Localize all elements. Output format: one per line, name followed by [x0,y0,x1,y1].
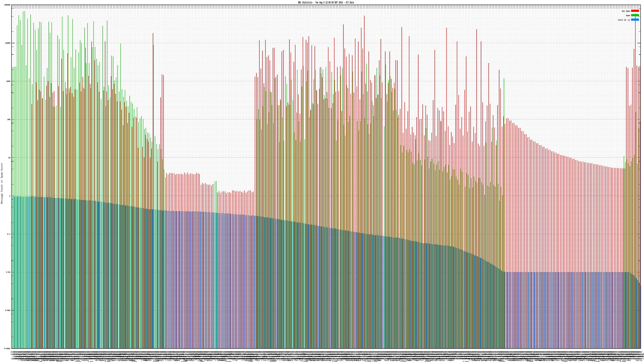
svg-text:5 hops: 5 hops [414,359,420,362]
svg-text:0.01: 0.01 [6,271,10,273]
svg-text:7 hops: 7 hops [198,361,204,362]
svg-text:1000: 1000 [6,80,10,82]
svg-text:0.1: 0.1 [7,233,10,235]
svg-text:1 hop: 1 hop [332,361,337,362]
svg-text:net: net [71,359,74,362]
svg-text:4 hops: 4 hops [620,361,626,362]
svg-text:0.0001: 0.0001 [4,348,10,350]
svg-text:1 hop: 1 hop [637,359,642,362]
svg-text:surri: surri [32,355,37,358]
svg-text:2 hops 1 hop: 2 hops 1 hop [365,361,377,362]
svg-text:net: net [420,359,423,362]
svg-text:origin: origin [189,359,195,362]
svg-text:hop: hop [430,359,433,362]
svg-text:Message Count or Spam Score: Message Count or Spam Score [0,163,4,204]
svg-text:1 hop: 1 hop [297,359,302,362]
svg-text:1 hop: 1 hop [232,359,238,362]
svg-text:RBL Statistics - Tue Aug 5 12: RBL Statistics - Tue Aug 5 12:58:50 EDT … [298,1,354,4]
svg-text:hbpps: hbpps [376,359,382,362]
svg-text:Not Spam: Not Spam [622,10,630,12]
svg-text:hbpps: hbpps [255,359,260,362]
svg-text:100000: 100000 [4,4,10,6]
svg-text:3 hops: 3 hops [439,359,445,362]
svg-text:origin: origin [153,361,159,362]
svg-text:hbpps: hbpps [34,359,40,362]
svg-text:1 hop: 1 hop [88,361,93,362]
svg-text:hop: hop [590,359,594,362]
svg-text:origin: origin [75,361,81,362]
svg-text:hop: hop [42,359,45,362]
svg-text:blars: blars [638,355,643,358]
svg-text:5 hops: 5 hops [527,361,533,362]
svg-text:0.001: 0.001 [5,309,10,312]
svg-text:origin: origin [499,361,505,362]
svg-text:3 hops: 3 hops [463,361,469,362]
svg-text:1 hop: 1 hop [132,361,137,362]
svg-text:10: 10 [8,157,10,159]
svg-text:3 hops: 3 hops [594,361,600,362]
svg-text:7 hops: 7 hops [207,359,213,362]
svg-text:origin: origin [425,361,431,362]
svg-text:2 hops: 2 hops [105,361,111,362]
svg-text:hop: hop [125,359,128,362]
svg-text:4 hops: 4 hops [165,359,171,362]
svg-text:2 hops: 2 hops [302,361,308,362]
svg-text:hop: hop [573,359,576,362]
svg-text:net: net [451,359,454,362]
svg-text:hop: hop [628,359,631,362]
svg-text:proxybco: proxybco [638,353,644,355]
svg-text:hop: hop [65,359,68,362]
svg-text:hop: hop [177,359,180,362]
svg-text:net: net [39,361,42,362]
svg-text:net: net [220,359,224,362]
svg-text:manitu: manitu [537,355,543,358]
svg-text:1 hop: 1 hop [248,361,252,362]
svg-text:origin: origin [517,359,523,362]
svg-text:hbpps: hbpps [288,359,293,362]
svg-text:cblps: cblps [168,353,173,355]
svg-text:hop: hop [551,359,554,362]
svg-text:4 hops: 4 hops [261,359,267,362]
svg-text:origin: origin [181,361,187,362]
svg-text:7 hops: 7 hops [562,361,568,362]
svg-text:100: 100 [7,118,10,121]
svg-text:1 hop: 1 hop [292,359,297,362]
svg-text:10000: 10000 [5,42,10,44]
svg-text:origin: origin [56,361,62,362]
svg-text:2023: 2023 [638,351,642,353]
svg-text:origin: origin [226,361,232,362]
svg-text:Spam: Spam [626,14,630,17]
svg-text:4 hops: 4 hops [146,359,152,362]
svg-text:hbpps: hbpps [555,359,560,362]
svg-text:origin: origin [270,361,276,362]
svg-text:hop: hop [409,359,412,362]
svg-text:origin: origin [337,359,343,362]
svg-text:Score (0..1): Score (0..1) [618,19,630,21]
svg-text:origin: origin [400,361,406,362]
svg-text:origin: origin [327,359,333,362]
